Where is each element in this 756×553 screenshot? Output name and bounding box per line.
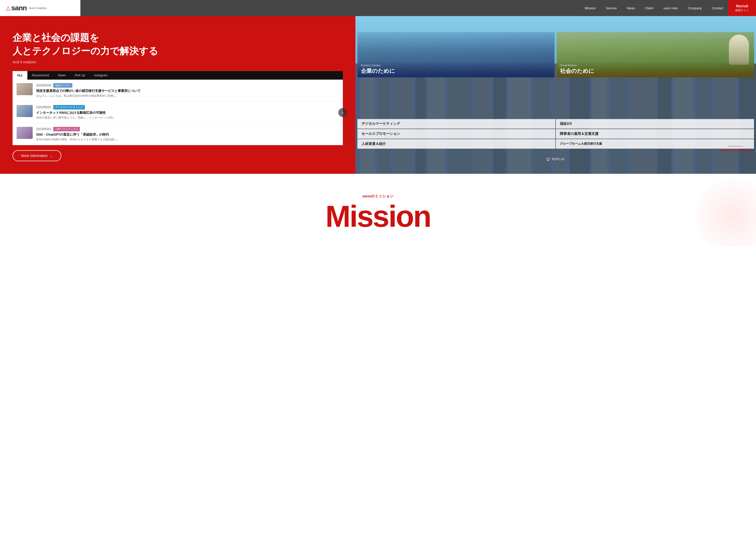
- header: △ sann And it realizes Mission Service N…: [0, 0, 756, 16]
- business-solution-sublabel: Business Solution: [361, 64, 551, 67]
- news-content: 2023/05/01 デジタルマーケティング インターネット/SNSにおける動画…: [36, 105, 339, 120]
- service-digital-marketing[interactable]: デジタルマーケティング: [357, 119, 555, 129]
- scroll-indicator: SCROLL TO WEBSITE ⌄: [720, 146, 751, 159]
- news-title: SNS・ChatGPTの普及に伴う「承認欲求」の時代: [36, 132, 339, 137]
- svg-rect-3: [393, 64, 413, 174]
- news-title: インターネット/SNSにおける動画広告の可能性: [36, 110, 339, 115]
- business-solution-card[interactable]: Business Solution 企業のために: [357, 32, 555, 77]
- news-tag: デジタルマーケティング: [53, 105, 85, 109]
- replay-label: REPLAY: [552, 157, 565, 161]
- mission-heading: Mission: [5, 201, 751, 231]
- svg-rect-7: [475, 64, 490, 174]
- nav-item-news[interactable]: News: [622, 0, 640, 16]
- svg-rect-8: [493, 64, 506, 174]
- news-meta: 2023/05/09 福祉サービス: [36, 83, 339, 88]
- svg-rect-16: [657, 64, 671, 174]
- news-item[interactable]: 2023/05/01 人材ソリューション SNS・ChatGPTの普及に伴う「承…: [13, 123, 343, 145]
- logo-mark-icon: △: [6, 5, 10, 11]
- svg-rect-2: [378, 64, 390, 174]
- news-date: 2023/05/01: [36, 105, 51, 109]
- news-thumbnail: [17, 105, 33, 117]
- news-tabs: ALL Recommend News Pick Up Instagram: [13, 71, 343, 80]
- recruit-sublabel: 採用サイト: [735, 9, 749, 12]
- news-thumbnail: [17, 127, 33, 139]
- tab-pickup[interactable]: Pick Up: [70, 71, 89, 80]
- news-nav-arrow[interactable]: ›: [338, 108, 347, 117]
- svg-rect-15: [630, 64, 655, 174]
- service-welfare-dx[interactable]: 福祉DX: [556, 119, 754, 129]
- nav-item-sann-note[interactable]: sann note: [658, 0, 683, 16]
- nav-item-company[interactable]: Company: [683, 0, 707, 16]
- mission-section: sannのミッション Mission: [0, 174, 756, 246]
- svg-rect-18: [696, 64, 711, 174]
- svg-rect-17: [674, 64, 694, 174]
- logo-area: △ sann And it realizes: [0, 0, 80, 16]
- mission-label: sannのミッション: [5, 194, 751, 199]
- svg-rect-1: [360, 64, 375, 174]
- tab-instagram[interactable]: Instagram: [90, 71, 112, 80]
- nav-item-service[interactable]: Service: [601, 0, 622, 16]
- service-grid: デジタルマーケティング 福祉DX セールスプロモーション 障害者の雇用＆定着支援…: [355, 119, 756, 149]
- service-sales-promotion[interactable]: セールスプロモーション: [357, 129, 555, 139]
- svg-rect-9: [508, 64, 531, 174]
- news-excerpt: SNSの普及に伴い数年前よりも「気軽に」インターネット/SN...: [36, 116, 339, 120]
- service-staffing[interactable]: 人材派遣＆紹介: [357, 139, 555, 149]
- svg-rect-14: [610, 64, 627, 174]
- svg-rect-5: [428, 64, 446, 174]
- replay-icon: [546, 157, 550, 161]
- news-meta: 2023/05/01 デジタルマーケティング: [36, 105, 339, 109]
- more-information-button[interactable]: More Information ⌄: [13, 150, 61, 161]
- brand-name: sann: [11, 4, 27, 12]
- social-solution-card[interactable]: Social Solution 社会のために: [556, 32, 754, 77]
- svg-rect-12: [570, 64, 590, 174]
- tab-recommend[interactable]: Recommend: [27, 71, 54, 80]
- hero-title: 企業と社会の課題を 人とテクノロジーの力で解決する: [13, 31, 343, 58]
- news-thumbnail: [17, 83, 33, 95]
- news-excerpt: みなさんこんにちは。私は株式会社SANNの福祉事業部に所属し...: [36, 94, 339, 98]
- news-meta: 2023/05/01 人材ソリューション: [36, 127, 339, 131]
- news-content: 2023/05/09 福祉サービス 現役支援員視点での障がい者の就労移行支援サー…: [36, 83, 339, 98]
- news-tag: 福祉サービス: [53, 83, 72, 88]
- news-date: 2023/05/01: [36, 127, 51, 131]
- scroll-arrow-icon: ⌄: [733, 153, 738, 159]
- hero-left-panel: And it realizes 企業と社会の課題を 人とテクノロジーの力で解決す…: [0, 16, 355, 174]
- service-disability-employment[interactable]: 障害者の雇用＆定着支援: [556, 129, 754, 139]
- social-solution-title: 社会のために: [560, 68, 594, 74]
- news-item[interactable]: 2023/05/09 福祉サービス 現役支援員視点での障がい者の就労移行支援サー…: [13, 80, 343, 101]
- recruit-label: Recruit: [736, 4, 748, 9]
- news-date: 2023/05/09: [36, 84, 51, 87]
- svg-rect-13: [592, 64, 607, 174]
- nav-item-client[interactable]: Client: [640, 0, 658, 16]
- logo-tagline: And it realizes: [29, 7, 47, 10]
- recruit-button[interactable]: Recruit 採用サイト: [728, 0, 756, 16]
- business-solution-title: 企業のために: [361, 68, 395, 74]
- chevron-down-icon: ⌄: [50, 154, 53, 158]
- news-tag: 人材ソリューション: [53, 127, 80, 131]
- news-item[interactable]: 2023/05/01 デジタルマーケティング インターネット/SNSにおける動画…: [13, 101, 343, 123]
- main-navigation: Mission Service News Client sann note Co…: [80, 0, 756, 16]
- more-info-label: More Information: [21, 154, 48, 158]
- svg-rect-6: [448, 64, 473, 174]
- scroll-text: SCROLL TO WEBSITE: [720, 149, 751, 152]
- tab-all[interactable]: ALL: [13, 71, 27, 80]
- social-solution-sublabel: Social Solution: [560, 64, 750, 67]
- news-excerpt: 近年のSNSの利用の増加、年末からビジネス界隈でも大変話題に...: [36, 138, 339, 141]
- svg-rect-4: [415, 64, 426, 174]
- tab-news[interactable]: News: [54, 71, 70, 80]
- nav-item-contact[interactable]: Contact: [707, 0, 728, 16]
- news-list: 2023/05/09 福祉サービス 現役支援員視点での障がい者の就労移行支援サー…: [13, 80, 343, 145]
- news-title: 現役支援員視点での障がい者の就労移行支援サービスと事業所について: [36, 89, 339, 93]
- nav-item-mission[interactable]: Mission: [580, 0, 601, 16]
- replay-button[interactable]: REPLAY: [546, 157, 565, 161]
- nav-items-list: Mission Service News Client sann note Co…: [580, 0, 756, 16]
- hero-subtitle: And it realizes: [13, 60, 343, 64]
- hero-right-panel: Business Solution 企業のために Social Solution…: [355, 16, 756, 174]
- news-content: 2023/05/01 人材ソリューション SNS・ChatGPTの普及に伴う「承…: [36, 127, 339, 141]
- solution-cards: Business Solution 企業のために Social Solution…: [355, 32, 756, 77]
- hero-section: And it realizes 企業と社会の課題を 人とテクノロジーの力で解決す…: [0, 0, 756, 174]
